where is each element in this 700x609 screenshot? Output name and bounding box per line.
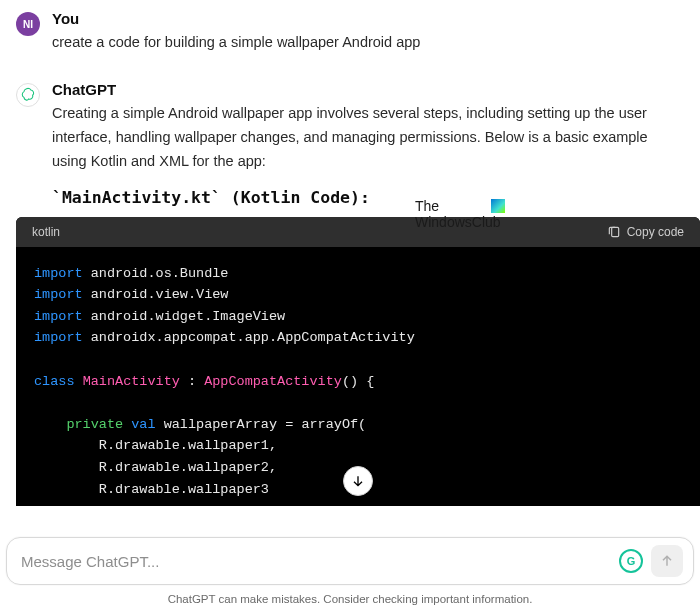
code-language: kotlin bbox=[32, 225, 60, 239]
user-label: You bbox=[52, 10, 684, 27]
user-message: NI You create a code for building a simp… bbox=[16, 10, 684, 55]
array-item-3: R.drawable.wallpaper3 bbox=[99, 482, 269, 497]
user-body: You create a code for building a simple … bbox=[52, 10, 684, 55]
assistant-message: ChatGPT Creating a simple Android wallpa… bbox=[16, 81, 684, 506]
code-header: kotlin Copy code bbox=[16, 217, 700, 247]
user-initials: NI bbox=[23, 19, 33, 30]
message-input[interactable] bbox=[21, 553, 619, 570]
disclaimer: ChatGPT can make mistakes. Consider chec… bbox=[0, 593, 700, 605]
svg-rect-0 bbox=[611, 227, 618, 236]
message-composer: G bbox=[6, 537, 694, 585]
assistant-label: ChatGPT bbox=[52, 81, 684, 98]
kw-class: class bbox=[34, 374, 75, 389]
watermark: The WindowsClub bbox=[415, 198, 505, 230]
windows-logo-icon bbox=[491, 199, 505, 213]
assistant-avatar bbox=[16, 83, 40, 107]
grammarly-icon[interactable]: G bbox=[619, 549, 643, 573]
kw-private: private bbox=[66, 417, 123, 432]
import-3: android.widget.ImageView bbox=[91, 309, 285, 324]
class-name: MainActivity bbox=[83, 374, 180, 389]
kw-val: val bbox=[131, 417, 155, 432]
super-class: AppCompatActivity bbox=[204, 374, 342, 389]
code-heading: `MainActivity.kt` (Kotlin Code): bbox=[52, 188, 684, 207]
import-2: android.view.View bbox=[91, 287, 229, 302]
watermark-line1: The bbox=[415, 198, 439, 214]
kw-import-4: import bbox=[34, 330, 83, 345]
code-block: kotlin Copy code import android.os.Bundl… bbox=[16, 217, 700, 507]
user-avatar: NI bbox=[16, 12, 40, 36]
assistant-body: ChatGPT Creating a simple Android wallpa… bbox=[52, 81, 684, 506]
copy-code-label: Copy code bbox=[627, 225, 684, 239]
openai-icon bbox=[20, 87, 36, 103]
import-4: androidx.appcompat.app.AppCompatActivity bbox=[91, 330, 415, 345]
copy-code-button[interactable]: Copy code bbox=[607, 225, 684, 239]
array-item-1: R.drawable.wallpaper1, bbox=[99, 438, 277, 453]
import-1: android.os.Bundle bbox=[91, 266, 229, 281]
conversation: NI You create a code for building a simp… bbox=[0, 0, 700, 506]
arrow-up-icon bbox=[659, 553, 675, 569]
array-item-2: R.drawable.wallpaper2, bbox=[99, 460, 277, 475]
watermark-line2: WindowsClub bbox=[415, 214, 505, 230]
field-decl: wallpaperArray = arrayOf( bbox=[164, 417, 367, 432]
clipboard-icon bbox=[607, 225, 621, 239]
assistant-intro: Creating a simple Android wallpaper app … bbox=[52, 102, 684, 174]
user-text: create a code for building a simple wall… bbox=[52, 31, 684, 55]
send-button[interactable] bbox=[651, 545, 683, 577]
scroll-down-button[interactable] bbox=[343, 466, 373, 496]
kw-import-3: import bbox=[34, 309, 83, 324]
arrow-down-icon bbox=[350, 473, 366, 489]
kw-import-1: import bbox=[34, 266, 83, 281]
kw-import-2: import bbox=[34, 287, 83, 302]
